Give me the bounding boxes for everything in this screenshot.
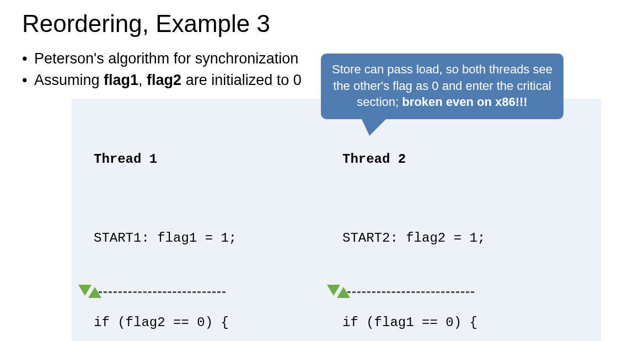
dashed-line-icon — [342, 291, 474, 293]
code-box: Thread 1 START1: flag1 = 1; if (flag2 ==… — [72, 99, 601, 341]
slide: Reordering, Example 3 Peterson's algorit… — [0, 0, 644, 341]
callout-box: Store can pass load, so both threads see… — [321, 54, 564, 119]
bullet-2-flag1: flag1 — [104, 72, 138, 88]
thread1-header: Thread 1 — [94, 149, 342, 170]
thread2-header: Thread 2 — [342, 149, 591, 170]
bullet-2-flag2: flag2 — [147, 72, 181, 88]
dashed-line-icon — [94, 291, 226, 293]
triangle-up-icon — [337, 287, 350, 298]
callout-tail — [362, 119, 386, 136]
thread1-line1: START1: flag1 = 1; — [94, 228, 342, 249]
callout-bold: broken even on x86!!! — [402, 95, 527, 109]
bullet-1-text: Peterson's algorithm for synchronization — [34, 50, 298, 67]
triangle-up-icon — [88, 287, 101, 298]
bullet-2-pre: Assuming — [34, 72, 104, 88]
thread1-column: Thread 1 START1: flag1 = 1; if (flag2 ==… — [94, 106, 342, 341]
thread2-column: Thread 2 START2: flag2 = 1; if (flag1 ==… — [342, 106, 591, 341]
bullet-2-sep: , — [138, 72, 147, 88]
slide-title: Reordering, Example 3 — [22, 10, 622, 38]
bullet-2-post: are initialized to 0 — [181, 72, 302, 88]
thread2-line1: START2: flag2 = 1; — [342, 228, 591, 249]
